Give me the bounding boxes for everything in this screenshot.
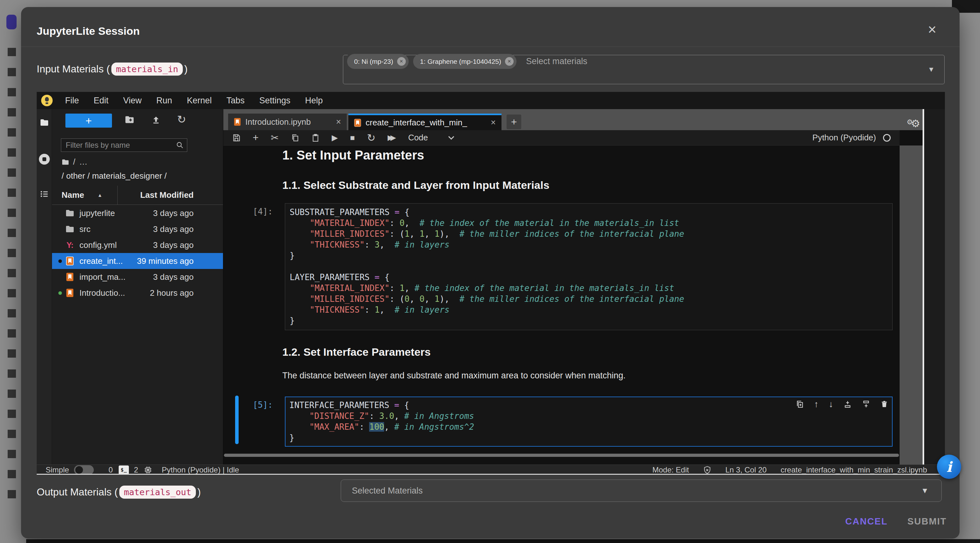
file-list: jupyterlite 3 days ago src 3 days ago Y: <box>52 205 223 301</box>
select-materials-placeholder[interactable]: Select materials <box>526 56 587 66</box>
terminal-icon[interactable]: $_ <box>119 465 129 475</box>
save-icon[interactable] <box>232 134 240 142</box>
duplicate-cell-icon[interactable] <box>795 400 804 408</box>
new-folder-icon[interactable] <box>125 116 134 125</box>
chip-remove-icon[interactable]: × <box>505 57 514 66</box>
info-button[interactable]: i <box>937 455 961 479</box>
material-chip-ni[interactable]: 0: Ni (mp-23) × <box>347 54 409 69</box>
input-materials-label: Input Materials ( materials_in ) <box>37 61 188 77</box>
output-materials-prefix: Output Materials ( <box>37 486 118 498</box>
material-chip-label: 0: Ni (mp-23) <box>354 58 393 65</box>
tab-introduction[interactable]: Introduction.ipynb × <box>228 113 347 130</box>
simple-mode-toggle[interactable] <box>74 465 94 475</box>
file-row-src[interactable]: src 3 days ago <box>52 221 223 237</box>
restart-run-all-icon[interactable]: ▶▶ <box>388 133 396 142</box>
chip-remove-icon[interactable]: × <box>397 57 406 66</box>
submit-button[interactable]: SUBMIT <box>902 513 953 530</box>
simple-mode-label: Simple <box>46 465 69 475</box>
table-of-contents-tab-icon[interactable] <box>40 189 49 200</box>
status-bar: Simple 0 $_ 2 Python (Pyodide) | Idle Mo… <box>37 465 945 475</box>
kernel-indicator[interactable]: Python (Pyodide) <box>813 133 891 143</box>
home-folder-icon[interactable] <box>62 159 69 165</box>
background-app-icons <box>8 48 16 507</box>
property-inspector-gears-icon[interactable]: ⚙⚙ <box>907 115 922 127</box>
file-row-introduction[interactable]: Introductio... 2 hours ago <box>52 285 223 301</box>
restart-kernel-icon[interactable]: ↻ <box>367 132 375 144</box>
kernel-status-text[interactable]: Python (Pyodide) | Idle <box>162 465 239 475</box>
cursor-position[interactable]: Ln 3, Col 20 <box>725 465 767 475</box>
kernel-chip-icon[interactable] <box>144 466 152 474</box>
move-cell-down-icon[interactable]: ↓ <box>829 399 833 409</box>
breadcrumb-ellipsis[interactable]: … <box>79 157 88 167</box>
materials-out-code-pill: materials_out <box>119 486 196 498</box>
background-app-logo <box>6 15 17 29</box>
insert-cell-below-icon[interactable] <box>862 400 870 408</box>
running-kernels-tab-icon[interactable] <box>39 154 50 165</box>
code-cell-4[interactable]: SUBSTRATE_PARAMETERS = { "MATERIAL_INDEX… <box>285 203 892 330</box>
tab-close-icon[interactable]: × <box>491 118 496 127</box>
yaml-file-icon: Y: <box>65 240 75 250</box>
new-launcher-button[interactable]: + <box>65 113 112 127</box>
dropdown-arrow-icon[interactable]: ▼ <box>928 65 935 74</box>
menu-tabs[interactable]: Tabs <box>219 96 252 106</box>
move-cell-up-icon[interactable]: ↑ <box>814 399 819 409</box>
column-last-modified[interactable]: Last Modified <box>118 186 223 205</box>
paste-cells-icon[interactable] <box>311 134 320 142</box>
file-filter-input[interactable] <box>61 139 187 152</box>
file-filter <box>61 139 187 152</box>
trust-shield-icon[interactable] <box>703 466 711 474</box>
run-cell-icon[interactable]: ▶ <box>332 133 338 142</box>
file-row-import-material[interactable]: import_ma... 3 days ago <box>52 269 223 285</box>
cell-type-select[interactable]: Code <box>408 133 428 143</box>
notebook-toolbar: + ✂ ▶ ■ ↻ ▶▶ Code <box>223 130 900 145</box>
cut-cells-icon[interactable]: ✂ <box>271 132 279 143</box>
menu-kernel[interactable]: Kernel <box>180 96 219 106</box>
tab-bar: Introduction.ipynb × create_interface_wi… <box>223 109 945 130</box>
left-activity-bar <box>37 109 52 465</box>
add-tab-button[interactable]: + <box>507 115 521 129</box>
tab-close-icon[interactable]: × <box>336 117 341 127</box>
dropdown-arrow-icon: ▼ <box>921 486 929 495</box>
notebook-heading-1-2: 1.2. Set Interface Parameters <box>282 346 431 358</box>
menu-help[interactable]: Help <box>298 96 330 106</box>
output-materials-select[interactable]: Selected Materials ▼ <box>341 479 942 502</box>
notebook-file-icon <box>65 272 75 281</box>
refresh-icon[interactable]: ↻ <box>177 113 186 126</box>
insert-cell-icon[interactable]: + <box>253 132 259 143</box>
menu-file[interactable]: File <box>58 96 86 106</box>
code-cell-5[interactable]: INTERFACE_PARAMETERS = { "DISTANCE_Z": 3… <box>285 397 892 447</box>
folder-icon <box>65 225 75 233</box>
file-row-create-interface[interactable]: create_int... 39 minutes ago <box>52 253 223 269</box>
jupyterlab-panel: File Edit View Run Kernel Tabs Settings … <box>37 92 945 475</box>
cancel-button[interactable]: CANCEL <box>841 513 892 530</box>
notebook-heading-1: 1. Set Input Parameters <box>282 148 424 162</box>
delete-cell-icon[interactable] <box>880 400 888 408</box>
file-row-jupyterlite[interactable]: jupyterlite 3 days ago <box>52 205 223 221</box>
notebook-dock: Introduction.ipynb × create_interface_wi… <box>223 109 945 465</box>
stop-kernel-icon[interactable]: ■ <box>350 133 355 142</box>
upload-icon[interactable] <box>151 116 161 126</box>
breadcrumb-root[interactable]: / <box>73 157 75 167</box>
copy-cells-icon[interactable] <box>291 134 299 142</box>
menu-run[interactable]: Run <box>149 96 180 106</box>
insert-cell-above-icon[interactable] <box>843 400 852 408</box>
material-chip-graphene[interactable]: 1: Graphene (mp-1040425) × <box>413 54 517 69</box>
menu-view[interactable]: View <box>116 96 149 106</box>
status-filename: create_interface_with_min_strain_zsl.ipy… <box>781 465 927 475</box>
close-icon[interactable]: × <box>923 20 942 39</box>
cell-type-dropdown-icon[interactable] <box>448 134 454 139</box>
menu-settings[interactable]: Settings <box>252 96 298 106</box>
notebook-content: 1. Set Input Parameters 1.1. Select Subs… <box>223 145 900 465</box>
file-row-config[interactable]: Y: config.yml 3 days ago <box>52 237 223 253</box>
column-name[interactable]: Name ▲ <box>52 190 118 200</box>
file-browser-tab-icon[interactable] <box>40 119 49 127</box>
kernels-count: 2 <box>134 465 138 475</box>
breadcrumb-path[interactable]: / other / materials_designer / <box>62 171 167 181</box>
jupyter-menubar: File Edit View Run Kernel Tabs Settings … <box>37 92 945 109</box>
horizontal-scrollbar[interactable] <box>224 454 899 457</box>
menu-edit[interactable]: Edit <box>86 96 116 106</box>
selected-materials-combobox[interactable]: 0: Ni (mp-23) × 1: Graphene (mp-1040425)… <box>343 55 945 84</box>
mode-indicator[interactable]: Mode: Edit <box>652 465 689 475</box>
tab-create-interface[interactable]: create_interface_with_min_ × <box>348 113 501 130</box>
notebook-paragraph: The distance between layer and substrate… <box>282 371 625 381</box>
